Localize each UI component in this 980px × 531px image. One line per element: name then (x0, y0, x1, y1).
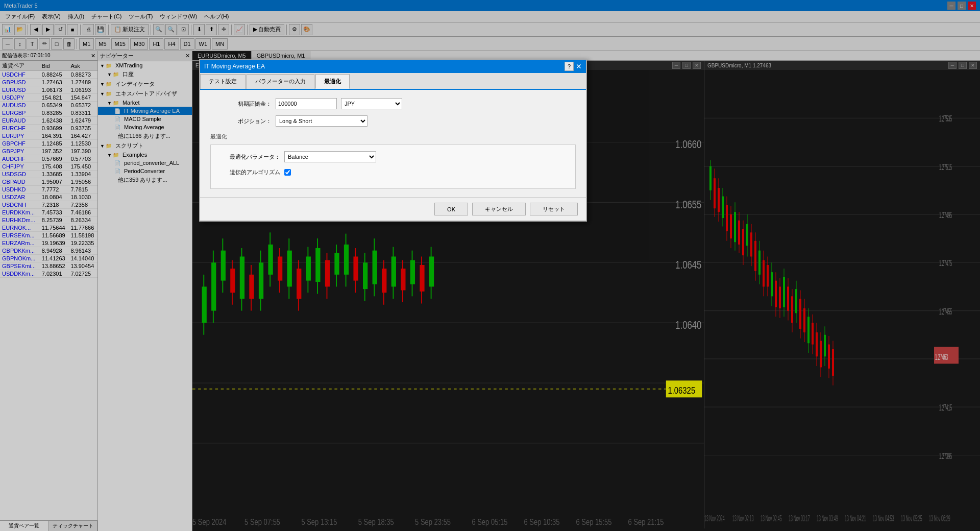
position-label: ポジション： (210, 117, 272, 125)
it-moving-average-dialog: IT Moving Average EA ? ✕ テスト設定 パラメーターの入力… (199, 59, 587, 222)
optimization-section-box: 最適化パラメータ： Balance Profit Factor Expected… (210, 144, 576, 189)
dialog-title: IT Moving Average EA (204, 63, 265, 70)
dialog-tabs: テスト設定 パラメーターの入力 最適化 (200, 73, 586, 90)
currency-select[interactable]: JPY USD EUR (341, 98, 402, 109)
dialog-close-btn[interactable]: ✕ (576, 62, 582, 71)
optimization-section: 最適化 最適化パラメータ： Balance Profit Factor Expe… (210, 133, 576, 189)
dialog-title-controls: ? ✕ (565, 62, 582, 71)
cancel-btn[interactable]: キャンセル (472, 203, 526, 215)
opt-param-row: 最適化パラメータ： Balance Profit Factor Expected… (219, 151, 567, 162)
dialog-tab-test[interactable]: テスト設定 (200, 74, 246, 89)
position-select[interactable]: Long & Short Long only Short only (276, 115, 368, 127)
dialog-footer: OK キャンセル リセット (200, 197, 586, 221)
optimization-section-title: 最適化 (210, 133, 576, 140)
opt-param-label: 最適化パラメータ： (219, 153, 280, 161)
position-row: ポジション： Long & Short Long only Short only (210, 115, 576, 127)
genetic-row: 遺伝的アルゴリズム (219, 168, 567, 176)
initial-capital-input[interactable] (276, 98, 337, 109)
reset-btn[interactable]: リセット (530, 203, 578, 215)
dialog-help-btn[interactable]: ? (565, 62, 574, 71)
genetic-checkbox[interactable] (284, 169, 291, 176)
dialog-body: 初期証拠金： JPY USD EUR ポジション： Long & Short L… (200, 90, 586, 197)
opt-param-select[interactable]: Balance Profit Factor Expected Payoff (284, 151, 376, 162)
genetic-label: 遺伝的アルゴリズム (219, 168, 280, 176)
initial-capital-label: 初期証拠金： (210, 100, 272, 108)
ok-btn[interactable]: OK (434, 203, 468, 215)
dialog-tab-params[interactable]: パラメーターの入力 (247, 74, 314, 89)
dialog-overlay: IT Moving Average EA ? ✕ テスト設定 パラメーターの入力… (0, 0, 980, 531)
dialog-tab-optimize[interactable]: 最適化 (315, 74, 350, 89)
dialog-title-bar: IT Moving Average EA ? ✕ (200, 60, 586, 73)
initial-capital-row: 初期証拠金： JPY USD EUR (210, 98, 576, 109)
